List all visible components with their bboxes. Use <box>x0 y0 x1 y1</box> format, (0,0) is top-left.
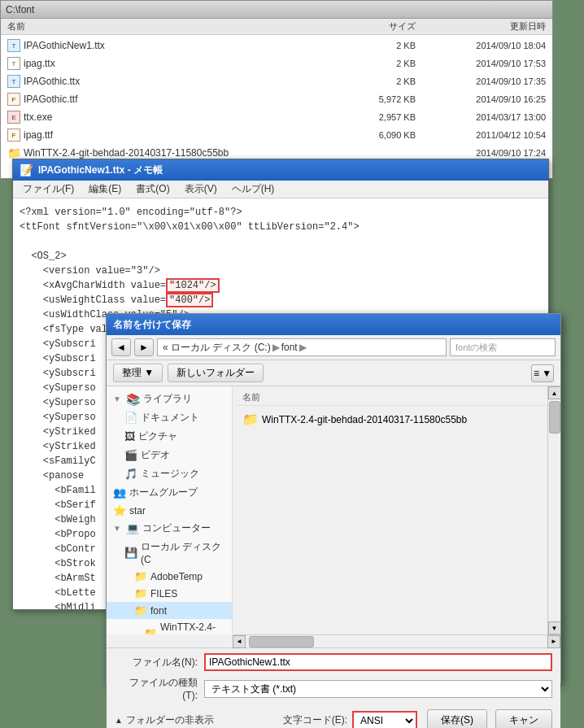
sidebar-item-localdisk[interactable]: 💾 ローカル ディスク (C <box>107 538 232 568</box>
sidebar-item-homegroup[interactable]: 👥 ホームグループ <box>107 483 232 502</box>
path-text: « ローカル ディスク (C:) <box>163 341 271 355</box>
filename-label: ファイル名(N): <box>115 656 204 669</box>
scroll-down-button[interactable]: ▼ <box>548 621 561 634</box>
menu-format[interactable]: 書式(O) <box>129 181 176 198</box>
cancel-button[interactable]: キャン <box>495 709 552 728</box>
file-name: ttx.exe <box>24 111 52 123</box>
file-list: T IPAGothicNew1.ttx 2 KB 2014/09/10 18:0… <box>1 35 552 163</box>
file-size: 2 KB <box>334 59 416 68</box>
file-name: ipag.ttx <box>24 58 55 69</box>
col-name: 名前 <box>7 20 334 33</box>
menu-file[interactable]: ファイル(F) <box>16 181 81 198</box>
folder-icon: 📁 <box>134 604 147 617</box>
save-dialog: 名前を付けて保存 ◄ ► « ローカル ディスク (C:) ▶ font ▶ f… <box>106 313 561 683</box>
sidebar-label: ミュージック <box>141 467 199 481</box>
sidebar-item-star[interactable]: ⭐ star <box>107 502 232 519</box>
highlight-value: "1024"/> <box>166 278 220 293</box>
sidebar-item-music[interactable]: 🎵 ミュージック <box>107 464 232 483</box>
file-size: 6,090 KB <box>334 130 416 140</box>
table-row[interactable]: F ipag.ttf 6,090 KB 2011/04/12 10:54 <box>1 126 552 144</box>
folder-icon: 📁 <box>7 146 20 159</box>
dialog-title: 名前を付けて保存 <box>113 318 191 332</box>
table-row[interactable]: F IPAGothic.ttf 5,972 KB 2014/09/10 16:2… <box>1 90 552 108</box>
file-size: 2 KB <box>334 41 416 50</box>
filetype-select[interactable]: テキスト文書 (*.txt) <box>204 680 552 698</box>
expand-icon: ▼ <box>113 524 121 533</box>
file-explorer-header: C:\font <box>1 1 552 19</box>
sidebar-label: WinTTX-2.4-git <box>160 621 225 634</box>
pictures-icon: 🖼 <box>124 430 135 442</box>
scroll-up-button[interactable]: ▲ <box>548 386 561 399</box>
sidebar-label: font <box>150 605 167 617</box>
horizontal-scrollbar[interactable]: ◄ ► <box>233 634 560 647</box>
table-row[interactable]: T IPAGothicNew1.ttx 2 KB 2014/09/10 18:0… <box>1 37 552 54</box>
file-icon-ttf: F <box>7 129 20 142</box>
filename-input[interactable] <box>204 653 552 671</box>
nav-back-button[interactable]: ◄ <box>111 338 131 356</box>
col-date: 更新日時 <box>416 20 546 33</box>
search-bar[interactable]: fontの検索 <box>450 338 556 356</box>
code-line: <ttFont sfntVersion="\x00\x01\x00\x00" t… <box>20 220 542 234</box>
sidebar-item-video[interactable]: 🎬 ビデオ <box>107 446 232 464</box>
file-explorer-path: C:\font <box>6 4 34 15</box>
file-explorer-window: C:\font 名前 サイズ 更新日時 T IPAGothicNew1.ttx … <box>0 0 553 179</box>
organize-button[interactable]: 整理 ▼ <box>113 364 163 382</box>
path-separator-2: ▶ <box>299 342 307 353</box>
encoding-row: 文字コード(E): ANSI 保存(S) キャン <box>283 709 552 728</box>
file-name: WinTTX-2.4-git-behdad-20140317-11580c55b… <box>24 147 229 159</box>
path-separator: ▶ <box>272 342 280 353</box>
sidebar-item-font[interactable]: 📁 font <box>107 602 232 619</box>
folder-icon: 📁 <box>242 412 259 427</box>
expand-icon: ▼ <box>113 395 121 403</box>
menu-view[interactable]: 表示(V) <box>178 181 224 198</box>
table-row[interactable]: T ipag.ttx 2 KB 2014/09/10 17:53 <box>1 54 552 72</box>
menu-help[interactable]: ヘルプ(H) <box>225 181 281 198</box>
menu-edit[interactable]: 編集(E) <box>82 181 128 198</box>
table-row[interactable]: E ttx.exe 2,957 KB 2014/03/17 13:00 <box>1 108 552 126</box>
encoding-select[interactable]: ANSI <box>352 711 417 729</box>
sidebar-item-winttx[interactable]: 📁 WinTTX-2.4-git <box>107 619 232 634</box>
nav-forward-button[interactable]: ► <box>134 338 154 356</box>
toggle-arrow-icon: ▲ <box>115 716 123 725</box>
encoding-label: 文字コード(E): <box>283 713 347 727</box>
hscroll-thumb[interactable] <box>249 636 314 647</box>
sidebar-label: FILES <box>150 588 177 599</box>
code-line: <usWeightClass value="400"/> <box>20 293 542 307</box>
file-icon-ttf: F <box>7 93 20 106</box>
col-size: サイズ <box>334 20 416 33</box>
folder-icon: 📁 <box>134 570 147 582</box>
main-file-item[interactable]: 📁 WinTTX-2.4-git-behdad-20140317-11580c5… <box>236 409 557 429</box>
dialog-main-header: 名前 <box>236 390 557 406</box>
sidebar-item-documents[interactable]: 📄 ドキュメント <box>107 408 232 427</box>
dialog-toolbar: ◄ ► « ローカル ディスク (C:) ▶ font ▶ fontの検索 <box>107 335 560 360</box>
file-name: IPAGothic.ttf <box>24 94 77 105</box>
file-icon-ttx: T <box>7 75 20 88</box>
sidebar-item-pictures[interactable]: 🖼 ピクチャ <box>107 427 232 446</box>
view-button[interactable]: ≡ ▼ <box>531 364 554 382</box>
star-icon: ⭐ <box>113 504 126 517</box>
sidebar-item-files[interactable]: 📁 FILES <box>107 585 232 602</box>
sidebar-label: コンピューター <box>142 521 211 535</box>
new-folder-button[interactable]: 新しいフォルダー <box>168 364 264 382</box>
path-folder: font <box>281 342 298 353</box>
file-name: IPAGothicNew1.ttx <box>24 40 105 51</box>
file-date: 2014/09/10 16:25 <box>416 94 546 104</box>
save-button[interactable]: 保存(S) <box>427 709 487 728</box>
file-icon-txt: T <box>7 57 20 70</box>
highlight-value: "400"/> <box>166 293 213 307</box>
filetype-label: ファイルの種類(T): <box>115 676 204 701</box>
table-row[interactable]: T IPAGothic.ttx 2 KB 2014/09/10 17:35 <box>1 72 552 90</box>
video-icon: 🎬 <box>124 449 137 461</box>
sidebar-label: ローカル ディスク (C <box>141 540 225 565</box>
scroll-left-button[interactable]: ◄ <box>233 635 246 648</box>
scroll-right-button[interactable]: ► <box>547 635 560 648</box>
main-col-name: 名前 <box>242 391 260 403</box>
notepad-menubar: ファイル(F) 編集(E) 書式(O) 表示(V) ヘルプ(H) <box>13 181 548 198</box>
folder-toggle-label: フォルダーの非表示 <box>126 713 214 727</box>
sidebar-label: star <box>129 505 146 517</box>
vertical-scrollbar[interactable]: ▲ ▼ <box>547 386 560 634</box>
sidebar-item-adobetemp[interactable]: 📁 AdobeTemp <box>107 568 232 585</box>
folder-toggle[interactable]: ▲ フォルダーの非表示 <box>115 713 214 727</box>
path-bar[interactable]: « ローカル ディスク (C:) ▶ font ▶ <box>157 338 447 356</box>
scroll-thumb[interactable] <box>549 401 560 434</box>
